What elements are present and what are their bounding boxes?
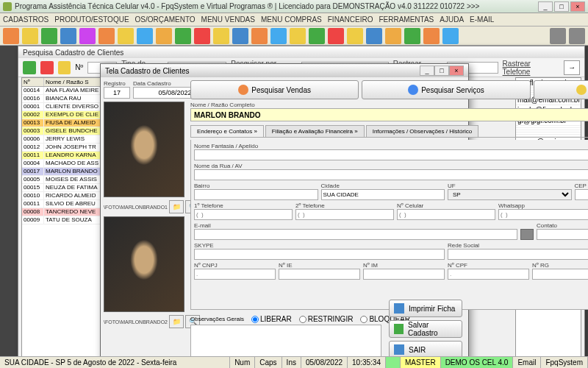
tel1-input[interactable] (194, 209, 293, 220)
menu-financeiro[interactable]: FINANCEIRO (328, 15, 373, 24)
reg-input[interactable] (104, 87, 130, 99)
detail-left-panel: Registro Data Cadastro \FOTO\MARLONBRAND… (101, 77, 187, 364)
search-window-title: Pesquisa Cadastro de Clientes (18, 46, 584, 58)
pesquisar-financeiro-button[interactable]: Pesquisar Financeiro (534, 80, 588, 99)
menu-os[interactable]: OS/ORÇAMENTO (135, 15, 196, 24)
maximize-button[interactable]: □ (554, 1, 569, 12)
bairro-input[interactable] (194, 189, 318, 200)
cep-input[interactable] (575, 189, 589, 200)
toolbar-icon[interactable] (156, 28, 172, 44)
toolbar-icon[interactable] (423, 28, 440, 44)
email-input[interactable] (194, 229, 517, 240)
tab-endereco[interactable]: Endereço e Contatos » (190, 125, 264, 137)
menu-vendas[interactable]: MENU VENDAS (201, 15, 255, 24)
toolbar-icon[interactable] (137, 28, 153, 44)
cel-input[interactable] (397, 209, 495, 220)
toolbar-icon[interactable] (290, 28, 306, 44)
status-indicator (386, 357, 401, 368)
print-icon (394, 303, 404, 314)
add-icon[interactable] (23, 61, 36, 74)
whats-input[interactable] (498, 209, 588, 220)
ie-input[interactable] (279, 269, 360, 280)
detail-maximize-button[interactable]: □ (434, 66, 449, 76)
toolbar-icon[interactable] (270, 28, 287, 44)
status-fpq[interactable]: FpqSystem (541, 357, 588, 368)
status-email[interactable]: Email (513, 357, 541, 368)
rua-input[interactable] (194, 169, 588, 180)
cnpj-input[interactable] (194, 269, 276, 280)
menu-cadastros[interactable]: CADASTROS (3, 15, 49, 24)
toolbar-icon[interactable] (194, 28, 210, 44)
client-photo-2 (104, 216, 184, 312)
toolbar-icon[interactable] (404, 28, 420, 44)
toolbar-icon[interactable] (442, 28, 459, 44)
detail-close-button[interactable]: × (449, 66, 464, 76)
email-button[interactable] (520, 229, 534, 240)
toolbar-icon[interactable] (385, 28, 401, 44)
im-input[interactable] (363, 269, 445, 280)
toolbar-icon[interactable] (569, 28, 585, 44)
cpf-input[interactable] (448, 269, 529, 280)
toolbar-icon[interactable] (213, 28, 229, 44)
menu-email[interactable]: E-MAIL (470, 15, 494, 24)
menu-produto[interactable]: PRODUTO/ESTOQUE (54, 15, 129, 24)
radio-restringir[interactable] (299, 316, 306, 323)
status-ins: Ins (282, 357, 301, 368)
toolbar-icon[interactable] (175, 28, 191, 44)
num-label: Nº (75, 63, 83, 71)
photo2-browse-button[interactable]: 📁 (169, 315, 184, 328)
menu-ajuda[interactable]: AJUDA (440, 15, 464, 24)
toolbar-icon[interactable] (41, 28, 57, 44)
rg-input[interactable] (532, 269, 588, 280)
toolbar-icon[interactable] (347, 28, 363, 44)
close-button[interactable]: × (570, 1, 585, 12)
search-go-button[interactable]: → (564, 60, 580, 75)
toolbar-icon[interactable] (98, 28, 115, 44)
toolbar-icon[interactable] (118, 28, 134, 44)
app-title: Programa Assistência Técnica Celular v4.… (15, 2, 538, 10)
toolbar-icon[interactable] (60, 28, 76, 44)
name-label: Nome / Razão Completo (190, 102, 588, 108)
edit-icon[interactable] (58, 61, 71, 74)
cidade-input[interactable] (321, 189, 445, 200)
radio-liberar[interactable] (251, 316, 259, 323)
grid-header-num[interactable]: Nº (22, 78, 44, 86)
uf-select[interactable]: SP (448, 189, 572, 200)
reg-label: Registro (104, 80, 130, 87)
pesquisar-servicos-button[interactable]: Pesquisar Serviços (362, 80, 530, 99)
toolbar-icon[interactable] (550, 28, 566, 44)
menu-ferramentas[interactable]: FERRAMENTAS (379, 15, 434, 24)
tab-informacoes[interactable]: Informações / Observações / Histórico (366, 125, 479, 137)
status-location: SUA CIDADE - SP 5 de Agosto de 2022 - Se… (0, 357, 230, 368)
pesquisar-vendas-button[interactable]: Pesquisar Vendas (190, 80, 359, 99)
tel2-input[interactable] (295, 209, 394, 220)
photo1-path: \FOTO\MARLONBRANDO1 (104, 205, 168, 210)
vendas-icon (238, 85, 248, 95)
toolbar-icon[interactable] (328, 28, 344, 44)
main-toolbar (0, 26, 588, 46)
toolbar-icon[interactable] (79, 28, 96, 44)
toolbar-icon[interactable] (232, 28, 248, 44)
detail-minimize-button[interactable]: _ (420, 66, 434, 76)
skype-input[interactable] (194, 249, 445, 260)
menu-compras[interactable]: MENU COMPRAS (261, 15, 322, 24)
toolbar-icon[interactable] (22, 28, 38, 44)
fantasia-input[interactable] (194, 149, 588, 160)
imprimir-button[interactable]: Imprimir Ficha (389, 300, 462, 317)
toolbar-icon[interactable] (251, 28, 268, 44)
status-caps: Caps (255, 357, 282, 368)
toolbar-icon[interactable] (309, 28, 325, 44)
obs-label: Observações Gerais (190, 316, 244, 322)
salvar-button[interactable]: Salvar Cadastro (389, 320, 462, 338)
toolbar-icon[interactable] (366, 28, 382, 44)
delete-icon[interactable] (40, 61, 54, 74)
contato-input[interactable] (537, 229, 588, 240)
toolbar-icon[interactable] (3, 28, 19, 44)
rede-input[interactable] (448, 249, 588, 260)
minimize-button[interactable]: _ (538, 1, 553, 12)
workspace: Pesquisa Cadastro de Clientes Nº Tipo do… (0, 46, 588, 356)
radio-bloquear[interactable] (360, 316, 368, 323)
tab-filiacao[interactable]: Filiação e Avaliação Financeira » (265, 125, 365, 137)
photo1-browse-button[interactable]: 📁 (169, 200, 184, 213)
name-input[interactable] (190, 108, 588, 121)
